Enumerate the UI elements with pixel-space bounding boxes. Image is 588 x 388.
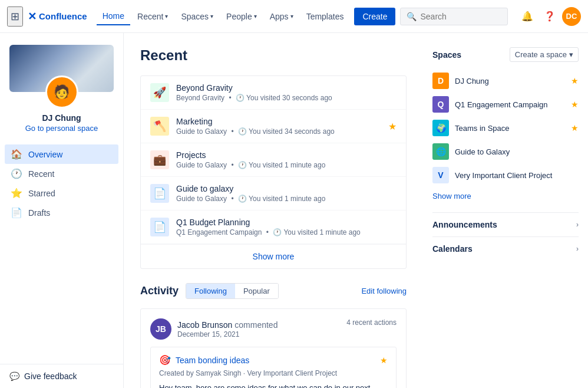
page-title: Recent bbox=[140, 47, 407, 64]
activity-header: Activity Following Popular Edit followin… bbox=[140, 283, 407, 299]
create-button[interactable]: Create bbox=[354, 8, 395, 25]
recent-item[interactable]: 📄 Guide to galaxy Guide to Galaxy • 🕐 Yo… bbox=[141, 177, 406, 211]
recent-item[interactable]: 🚀 Beyond Gravity Beyond Gravity • 🕐 You … bbox=[141, 76, 406, 110]
space-item-dj-chung[interactable]: D DJ Chung ★ bbox=[432, 69, 579, 93]
sidebar-item-drafts[interactable]: 📄 Drafts bbox=[5, 203, 118, 222]
chevron-down-icon: ▾ bbox=[290, 13, 293, 19]
recent-item[interactable]: 📄 Q1 Budget Planning Q1 Engagement Campa… bbox=[141, 211, 406, 244]
nav-templates[interactable]: Templates bbox=[300, 8, 350, 25]
top-navigation: ⊞ ✕ Confluence Home Recent ▾ Spaces ▾ Pe… bbox=[0, 0, 588, 33]
space-icon: 🌍 bbox=[432, 120, 449, 136]
clock-icon: 🕐 bbox=[11, 168, 22, 179]
show-more-button[interactable]: Show more bbox=[141, 244, 406, 268]
star-icon: ★ bbox=[571, 100, 579, 109]
confluence-logo[interactable]: ✕ Confluence bbox=[28, 10, 87, 23]
recent-item-time: You visited 1 minute ago bbox=[249, 195, 325, 203]
recent-item-space: Guide to Galaxy bbox=[176, 195, 227, 203]
nav-recent[interactable]: Recent ▾ bbox=[131, 8, 174, 25]
recent-item-time: You visited 1 minute ago bbox=[249, 161, 325, 169]
logo-text: Confluence bbox=[39, 11, 87, 21]
nav-people[interactable]: People ▾ bbox=[220, 8, 263, 25]
space-name: Teams in Space bbox=[455, 124, 565, 133]
star-icon: ★ bbox=[571, 123, 579, 133]
drafts-icon: 📄 bbox=[11, 207, 22, 218]
feedback-icon: 💬 bbox=[9, 371, 19, 381]
calendars-header[interactable]: Calendars › bbox=[432, 244, 579, 254]
recent-item-space: Guide to Galaxy bbox=[176, 127, 227, 136]
recent-label: Recent bbox=[137, 12, 163, 21]
content-star-icon[interactable]: ★ bbox=[380, 356, 388, 365]
sidebar-nav-label: Drafts bbox=[28, 208, 50, 218]
help-button[interactable]: ❓ bbox=[540, 6, 560, 27]
announcements-header[interactable]: Announcements › bbox=[432, 220, 579, 229]
recent-item-icon: 💼 bbox=[150, 150, 169, 169]
recent-item-time: You visited 30 seconds ago bbox=[246, 94, 332, 102]
search-icon: 🔍 bbox=[407, 12, 417, 21]
tab-following[interactable]: Following bbox=[186, 284, 235, 298]
space-icon: Q bbox=[432, 96, 449, 113]
nav-home[interactable]: Home bbox=[97, 8, 130, 25]
search-box: 🔍 bbox=[400, 8, 508, 25]
sidebar-item-starred[interactable]: ⭐ Starred bbox=[5, 183, 118, 203]
recent-item-space: Q1 Engagement Campaign bbox=[176, 228, 262, 236]
user-avatar[interactable]: DC bbox=[562, 7, 581, 26]
recent-item[interactable]: 💼 Projects Guide to Galaxy • 🕐 You visit… bbox=[141, 143, 406, 177]
space-item-guide-galaxy[interactable]: 🌐 Guide to Galaxy bbox=[432, 140, 579, 163]
chevron-right-icon: › bbox=[576, 245, 579, 253]
clock-icon: 🕐 bbox=[273, 228, 282, 236]
recent-item-icon: 🪓 bbox=[150, 117, 169, 136]
sidebar-item-overview[interactable]: 🏠 Overview bbox=[5, 144, 118, 164]
sidebar-nav-label: Overview bbox=[28, 150, 62, 159]
activity-user-name: Jacob Brunson commented bbox=[177, 320, 278, 330]
recent-item[interactable]: 🪓 Marketing Guide to Galaxy • 🕐 You visi… bbox=[141, 110, 406, 143]
left-sidebar: 🧑 DJ Chung Go to personal space 🏠 Overvi… bbox=[0, 33, 124, 388]
sidebar-item-recent[interactable]: 🕐 Recent bbox=[5, 164, 118, 183]
show-more-spaces-link[interactable]: Show more bbox=[432, 192, 579, 200]
announcements-section: Announcements › bbox=[432, 212, 579, 236]
grid-icon[interactable]: ⊞ bbox=[7, 6, 23, 27]
space-item-very-important[interactable]: V Very Important Client Project bbox=[432, 163, 579, 187]
tab-popular[interactable]: Popular bbox=[235, 284, 278, 298]
recent-item-meta: Q1 Engagement Campaign • 🕐 You visited 1… bbox=[176, 228, 397, 236]
templates-label: Templates bbox=[306, 12, 344, 21]
activity-user-text: Jacob Brunson commented December 15, 202… bbox=[177, 320, 278, 338]
spaces-section: Spaces Create a space ▾ D DJ Chung ★ Q Q… bbox=[432, 47, 579, 200]
give-feedback-button[interactable]: 💬 Give feedback bbox=[0, 364, 123, 388]
calendars-section: Calendars › bbox=[432, 236, 579, 261]
space-name: Guide to Galaxy bbox=[455, 147, 579, 156]
space-item-q1-engagement[interactable]: Q Q1 Engagement Campaign ★ bbox=[432, 93, 579, 116]
recent-item-name: Marketing bbox=[176, 117, 381, 126]
recent-actions-count: 4 recent actions bbox=[346, 318, 397, 327]
activity-content-card[interactable]: 🎯 Team bonding ideas ★ Created by Samyak… bbox=[150, 347, 397, 388]
activity-user-info: JB Jacob Brunson commented December 15, … bbox=[150, 318, 278, 340]
edit-following-link[interactable]: Edit following bbox=[361, 287, 407, 295]
space-item-teams-in-space[interactable]: 🌍 Teams in Space ★ bbox=[432, 116, 579, 140]
recent-item-space: Beyond Gravity bbox=[176, 94, 224, 102]
recent-item-info: Beyond Gravity Beyond Gravity • 🕐 You vi… bbox=[176, 83, 397, 102]
star-icon[interactable]: ★ bbox=[388, 121, 397, 132]
personal-space-link[interactable]: Go to personal space bbox=[25, 124, 98, 133]
nav-apps[interactable]: Apps ▾ bbox=[264, 8, 299, 25]
search-input[interactable] bbox=[420, 12, 501, 21]
calendars-title: Calendars bbox=[432, 244, 473, 254]
nav-spaces[interactable]: Spaces ▾ bbox=[175, 8, 219, 25]
announcements-title: Announcements bbox=[432, 220, 497, 229]
recent-item-name: Guide to galaxy bbox=[176, 184, 397, 193]
chevron-down-icon: ▾ bbox=[165, 13, 168, 19]
user-name-label: Jacob Brunson bbox=[177, 320, 232, 330]
notifications-button[interactable]: 🔔 bbox=[517, 6, 537, 27]
content-card-meta: Created by Samyak Singh · Very Important… bbox=[159, 369, 388, 377]
content-title-link[interactable]: Team bonding ideas bbox=[176, 356, 249, 365]
star-icon: ★ bbox=[571, 76, 579, 86]
content-type-icon: 🎯 bbox=[159, 354, 171, 366]
sidebar-navigation: 🏠 Overview 🕐 Recent ⭐ Starred 📄 Drafts bbox=[0, 142, 123, 225]
apps-label: Apps bbox=[270, 12, 289, 21]
recent-item-info: Guide to galaxy Guide to Galaxy • 🕐 You … bbox=[176, 184, 397, 203]
avatar[interactable]: 🧑 bbox=[45, 75, 78, 108]
clock-icon: 🕐 bbox=[236, 94, 245, 102]
star-icon: ⭐ bbox=[11, 188, 22, 199]
create-space-button[interactable]: Create a space ▾ bbox=[510, 47, 579, 62]
space-icon: V bbox=[432, 167, 449, 183]
home-icon: 🏠 bbox=[11, 149, 22, 160]
recent-item-space: Guide to Galaxy bbox=[176, 161, 227, 169]
